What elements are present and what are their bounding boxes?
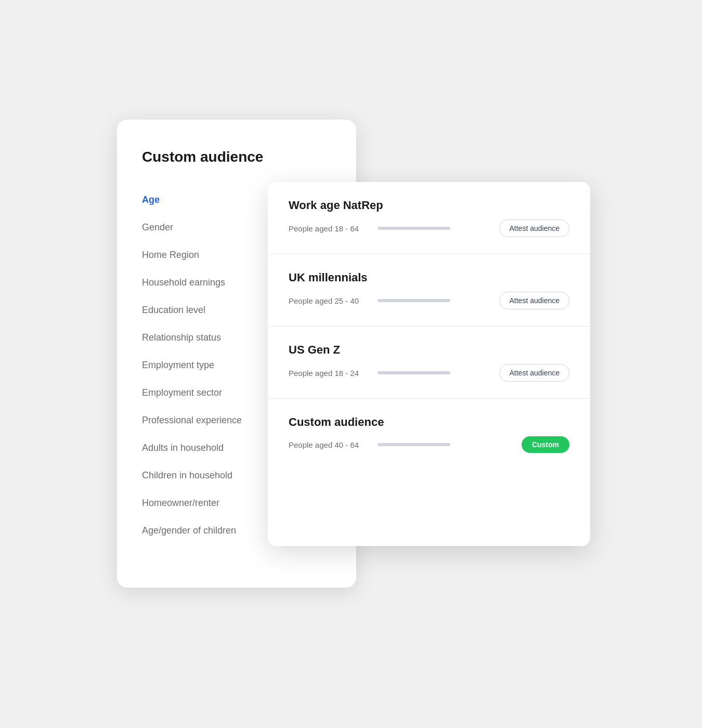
audience-card-0: Work age NatRepPeople aged 18 - 64Attest…	[268, 182, 590, 254]
card-title-3: Custom audience	[289, 415, 569, 429]
sidebar-item-label: Professional experience	[142, 415, 242, 426]
card-row-1: People aged 25 - 40Attest audience	[289, 292, 569, 309]
card-row-2: People aged 18 - 24Attest audience	[289, 364, 569, 382]
card-description-3: People aged 40 - 64	[289, 440, 359, 449]
card-row-3: People aged 40 - 64Custom	[289, 436, 569, 453]
card-title-2: US Gen Z	[289, 343, 569, 357]
card-description-0: People aged 18 - 64	[289, 224, 359, 233]
card-bar-container-3	[378, 443, 511, 446]
audience-card-3: Custom audiencePeople aged 40 - 64Custom	[268, 399, 590, 470]
card-description-2: People aged 18 - 24	[289, 369, 359, 378]
card-description-1: People aged 25 - 40	[289, 296, 359, 305]
sidebar-item-label: Home Region	[142, 250, 199, 261]
sidebar-item-label: Children in household	[142, 470, 232, 481]
sidebar-item-label: Employment type	[142, 360, 214, 371]
sidebar-item-label: Relationship status	[142, 332, 221, 343]
cards-panel: Work age NatRepPeople aged 18 - 64Attest…	[268, 182, 590, 546]
attest-button-2[interactable]: Attest audience	[499, 364, 569, 382]
sidebar-title: Custom audience	[142, 149, 331, 165]
card-title-1: UK millennials	[289, 271, 569, 284]
sidebar-item-label: Employment sector	[142, 387, 222, 398]
card-title-0: Work age NatRep	[289, 199, 569, 212]
card-progress-bar-2	[378, 371, 450, 374]
card-row-0: People aged 18 - 64Attest audience	[289, 219, 569, 237]
sidebar-item-label: Age	[142, 194, 160, 205]
audience-card-2: US Gen ZPeople aged 18 - 24Attest audien…	[268, 327, 590, 399]
sidebar-item-label: Gender	[142, 222, 173, 233]
card-progress-bar-3	[378, 443, 450, 446]
sidebar-item-label: Education level	[142, 305, 205, 316]
attest-button-0[interactable]: Attest audience	[499, 219, 569, 237]
card-progress-bar-0	[378, 227, 450, 230]
sidebar-item-label: Age/gender of children	[142, 525, 236, 536]
custom-button-3[interactable]: Custom	[522, 436, 569, 453]
audience-card-1: UK millennialsPeople aged 25 - 40Attest …	[268, 254, 590, 327]
sidebar-item-label: Adults in household	[142, 443, 224, 453]
scene: Custom audience AgeGenderHome RegionHous…	[117, 78, 585, 650]
card-progress-bar-1	[378, 299, 450, 302]
card-bar-container-1	[378, 299, 489, 302]
card-bar-container-0	[378, 227, 489, 230]
sidebar-item-label: Household earnings	[142, 277, 225, 288]
sidebar-item-label: Homeowner/renter	[142, 498, 219, 509]
attest-button-1[interactable]: Attest audience	[499, 292, 569, 309]
card-bar-container-2	[378, 371, 489, 374]
